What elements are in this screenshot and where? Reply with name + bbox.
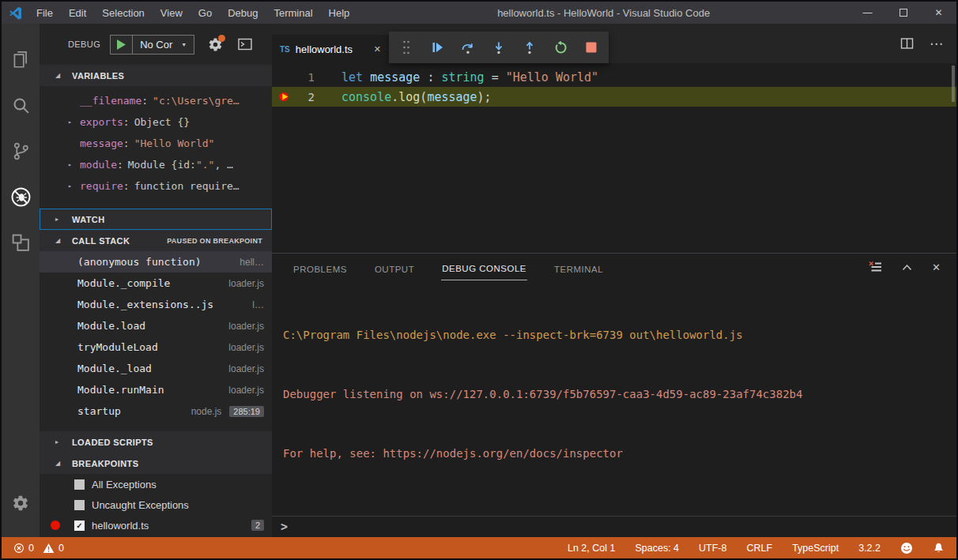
stack-frame-row[interactable]: Module._extensions..js l…: [40, 294, 272, 315]
expand-arrow-icon[interactable]: ▸: [68, 118, 80, 126]
breakpoint-row-all-exceptions[interactable]: All Exceptions: [40, 474, 272, 494]
variable-row[interactable]: message: "Hello World": [40, 133, 272, 154]
code-line-1[interactable]: 1 let message : string = "Hello World": [272, 67, 956, 87]
expand-arrow-icon[interactable]: ▸: [68, 161, 80, 168]
tab-problems[interactable]: PROBLEMS: [292, 257, 348, 280]
toolbar-drag-grip[interactable]: [398, 38, 414, 57]
menu-selection[interactable]: Selection: [94, 5, 152, 21]
settings-gear-icon[interactable]: [2, 480, 40, 526]
extensions-icon[interactable]: [2, 220, 40, 265]
frame-file: loader.js: [228, 385, 264, 396]
tab-close-icon[interactable]: ✕: [374, 44, 381, 54]
language-mode[interactable]: TypeScript: [792, 543, 839, 554]
problems-status[interactable]: 0 0: [13, 543, 69, 554]
paused-on-breakpoint-badge: PAUSED ON BREAKPOINT: [167, 237, 264, 245]
stack-frame-row[interactable]: Module.load loader.js: [40, 315, 272, 336]
section-header-watch[interactable]: ▸ WATCH: [40, 209, 272, 230]
variable-row[interactable]: ▸ module: Module {id: ".", …: [40, 154, 272, 175]
continue-button[interactable]: [429, 38, 445, 57]
debug-launch-control: No Cor ▼: [110, 35, 194, 54]
breakpoint-current-icon[interactable]: [272, 91, 296, 103]
menu-edit[interactable]: Edit: [61, 5, 94, 21]
close-button[interactable]: ✕: [921, 2, 956, 24]
variable-row[interactable]: ▸ require: function require…: [40, 175, 272, 197]
warnings-icon: [43, 543, 55, 554]
menu-file[interactable]: File: [28, 5, 61, 21]
variable-row[interactable]: __filename: "c:\Users\gre…: [40, 90, 272, 111]
tab-output[interactable]: OUTPUT: [374, 257, 415, 280]
breakpoint-count-badge: 2: [251, 520, 264, 531]
vscode-window: File Edit Selection View Go Debug Termin…: [0, 0, 958, 560]
checkbox-checked[interactable]: ✓: [74, 521, 85, 531]
maximize-button[interactable]: [885, 2, 921, 24]
expand-arrow-icon[interactable]: ▸: [68, 182, 80, 190]
frame-file: hell…: [240, 257, 264, 268]
typescript-version[interactable]: 3.2.2: [858, 543, 881, 554]
source-control-icon[interactable]: [2, 128, 40, 174]
encoding[interactable]: UTF-8: [699, 543, 726, 554]
debug-icon[interactable]: [2, 174, 40, 220]
explorer-icon[interactable]: [2, 36, 40, 82]
section-header-variables[interactable]: ◢ VARIABLES: [40, 65, 272, 86]
console-line: Debugger listening on ws://127.0.0.1:673…: [283, 385, 956, 404]
stack-frame-row[interactable]: Module._load loader.js: [40, 358, 272, 379]
stop-button[interactable]: [583, 38, 599, 57]
eol-sequence[interactable]: CRLF: [746, 543, 772, 554]
open-debug-console-button[interactable]: [238, 38, 252, 51]
tab-debug-console[interactable]: DEBUG CONSOLE: [441, 257, 527, 280]
clear-console-icon[interactable]: [869, 261, 882, 273]
code-editor[interactable]: 1 let message : string = "Hello World" 2…: [272, 63, 956, 253]
checkbox-unchecked[interactable]: [74, 500, 85, 510]
maximize-panel-icon[interactable]: [901, 262, 913, 272]
tab-terminal[interactable]: TERMINAL: [553, 257, 604, 280]
menu-terminal[interactable]: Terminal: [266, 5, 320, 21]
errors-icon: [13, 543, 25, 554]
cursor-position[interactable]: Ln 2, Col 1: [568, 543, 615, 554]
tab-label: helloworld.ts: [296, 43, 353, 55]
feedback-smiley-icon[interactable]: [900, 542, 913, 554]
editor-scrollbar[interactable]: [952, 66, 955, 102]
step-out-button[interactable]: [522, 38, 537, 57]
minimize-button[interactable]: —: [850, 2, 885, 24]
checkbox-unchecked[interactable]: [74, 479, 85, 490]
twisty-closed-icon: ▸: [55, 216, 72, 223]
notifications-bell-icon[interactable]: [933, 542, 945, 554]
debug-console-input[interactable]: >: [272, 516, 956, 537]
colon: :: [117, 159, 128, 171]
start-debug-button[interactable]: [111, 39, 132, 50]
variable-row[interactable]: ▸ exports: Object {}: [40, 111, 272, 133]
code-line-2-current[interactable]: 2 console.log(message);: [272, 87, 956, 107]
stack-frame-row[interactable]: Module._compile loader.js: [40, 272, 272, 294]
menu-view[interactable]: View: [153, 5, 190, 21]
breakpoint-row-helloworld[interactable]: ✓ helloworld.ts 2: [40, 515, 272, 536]
step-over-button[interactable]: [460, 38, 476, 57]
breakpoint-row-uncaught-exceptions[interactable]: Uncaught Exceptions: [40, 494, 272, 515]
menu-go[interactable]: Go: [190, 5, 220, 21]
step-into-button[interactable]: [491, 38, 507, 57]
menu-help[interactable]: Help: [321, 5, 358, 21]
close-panel-icon[interactable]: ✕: [932, 261, 941, 273]
stack-frame-row[interactable]: (anonymous function) hell…: [40, 251, 272, 272]
code-text: console.log(message);: [315, 90, 492, 104]
vscode-logo-icon: [9, 6, 22, 20]
stack-frame-row[interactable]: tryModuleLoad loader.js: [40, 336, 272, 358]
frame-file: l…: [252, 299, 264, 310]
search-icon[interactable]: [2, 82, 40, 128]
variables-title: VARIABLES: [72, 71, 124, 81]
restart-button[interactable]: [553, 38, 568, 57]
section-header-breakpoints[interactable]: ◢ BREAKPOINTS: [40, 453, 272, 474]
menu-debug[interactable]: Debug: [220, 5, 266, 21]
tab-helloworld[interactable]: TS helloworld.ts ✕: [272, 35, 389, 63]
stack-frame-row[interactable]: startup node.js 285:19: [40, 400, 272, 422]
split-editor-icon[interactable]: [900, 37, 914, 50]
activity-bar: [2, 24, 40, 537]
configure-gear-button[interactable]: [208, 37, 223, 52]
breakpoint-label: helloworld.ts: [92, 520, 149, 532]
indentation[interactable]: Spaces: 4: [635, 543, 679, 554]
section-header-call-stack[interactable]: ◢ CALL STACK PAUSED ON BREAKPOINT: [40, 230, 272, 251]
stack-frame-row[interactable]: Module.runMain loader.js: [40, 379, 272, 400]
more-actions-icon[interactable]: ⋯: [930, 36, 944, 52]
debug-config-dropdown[interactable]: No Cor ▼: [133, 39, 194, 51]
title-bar: File Edit Selection View Go Debug Termin…: [2, 2, 956, 24]
section-header-loaded-scripts[interactable]: ▸ LOADED SCRIPTS: [40, 431, 272, 453]
